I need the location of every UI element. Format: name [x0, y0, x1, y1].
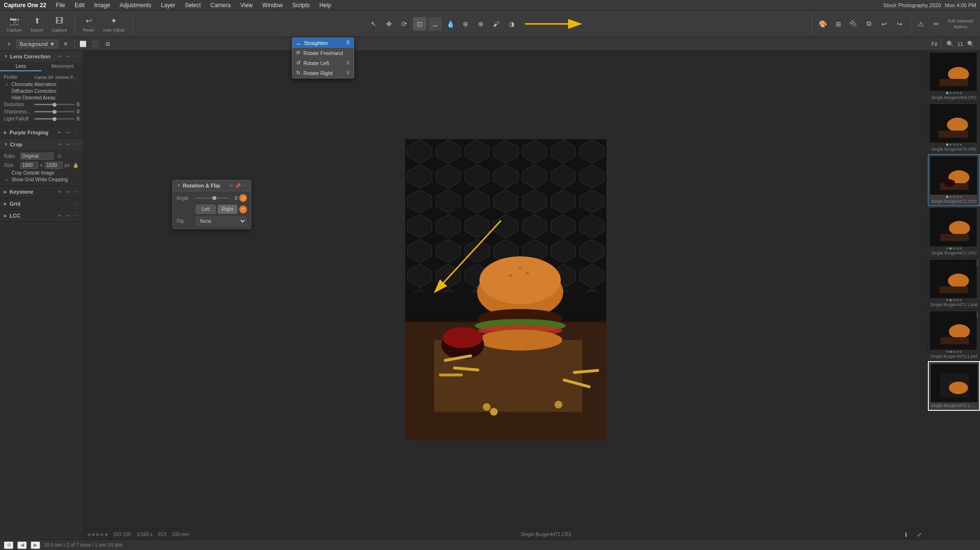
straighten-tool-btn[interactable]: ⚊	[428, 17, 442, 31]
capture2-button[interactable]: 🎞 Capture	[49, 15, 70, 33]
menu-help[interactable]: Help	[317, 1, 333, 10]
fullscreen-btn[interactable]: ⤢	[915, 530, 924, 539]
lens-edit-icon[interactable]: ✏	[56, 53, 63, 60]
grid-btn[interactable]: ⊞	[832, 17, 845, 31]
lens-correction-header[interactable]: ▼ Lens Correction ✏ ↩ ⋯	[0, 51, 83, 62]
rotate-right-btn[interactable]: Right	[218, 205, 238, 214]
select-tool-btn[interactable]: ↖	[367, 17, 380, 31]
pf-more-icon[interactable]: ⋯	[73, 129, 79, 136]
crop-edit-icon[interactable]: ✏	[56, 141, 63, 148]
angle-reset-btn[interactable]: ↺	[239, 194, 247, 202]
single-view-btn[interactable]: ⬜	[78, 39, 89, 49]
menu-select[interactable]: Select	[183, 1, 202, 10]
rotate-apply-btn[interactable]: ✓	[239, 206, 247, 213]
zoom-out-btn[interactable]: 🔍	[945, 40, 956, 48]
menu-camera[interactable]: Camera	[209, 1, 233, 10]
image-viewer[interactable]: ▼ Rotation & Flip ✏ 📌 ⋯ Angle 0	[84, 51, 927, 529]
menu-view[interactable]: View	[238, 1, 255, 10]
move-tool-btn[interactable]: ✥	[382, 17, 396, 31]
ks-edit-icon[interactable]: ✏	[56, 188, 63, 195]
lcc-section[interactable]: ▶ LCC ✏ ↩ ⋯	[0, 210, 83, 222]
crop-header[interactable]: ▼ Crop ✏ ↩ ⋯	[0, 139, 83, 150]
capture-button[interactable]: 📷 Capture	[4, 15, 25, 33]
rot-panel-edit[interactable]: ✏	[230, 183, 234, 188]
menu-window[interactable]: Window	[260, 1, 285, 10]
thumbnail-4469[interactable]: Single Burger4469.CR2	[928, 51, 980, 102]
thumbnail-4470[interactable]: Single Burger4470.CR2	[928, 102, 980, 154]
lens-more-icon[interactable]: ⋯	[73, 53, 79, 60]
auto-adjust-button[interactable]: ✦ Auto Adjust	[100, 15, 128, 33]
ca-more-icon[interactable]: ⋯	[75, 82, 79, 87]
grid-section[interactable]: ▶ Grid ⋯	[0, 198, 83, 210]
brush-btn[interactable]: 🖌	[490, 17, 503, 31]
rot-panel-more[interactable]: ⋯	[242, 183, 247, 188]
grid-more-icon[interactable]: ⋯	[73, 200, 79, 207]
edit-selected-label-group[interactable]: Edit Selected Battery	[945, 19, 976, 29]
bottom-tool-1[interactable]: ⊕	[4, 541, 13, 549]
keystone-section[interactable]: ▶ Keystone ✏ ↩ ⋯	[0, 186, 83, 198]
ks-more-icon[interactable]: ⋯	[73, 188, 79, 195]
layer-selector[interactable]: Background ▼	[16, 40, 58, 48]
thumbnail-4472[interactable]: Single Burger4472.CR2	[928, 206, 980, 258]
diffraction-check[interactable]	[5, 89, 10, 94]
pf-edit-icon[interactable]: ✏	[56, 129, 63, 136]
crop-outside-check[interactable]	[5, 171, 10, 176]
menu-adjustments[interactable]: Adjustments	[118, 1, 153, 10]
dropdown-straighten[interactable]: ⚊ Straighten R	[292, 38, 354, 48]
heal-btn[interactable]: ⊗	[474, 17, 488, 31]
crop-reset-icon[interactable]: ↩	[65, 141, 71, 148]
search-btn[interactable]: 🔍	[965, 40, 976, 48]
menu-edit[interactable]: Edit	[73, 1, 87, 10]
light-falloff-slider[interactable]	[34, 118, 75, 120]
thumbnail-4471[interactable]: Single Burger4471.CR2	[928, 154, 980, 206]
redo-btn[interactable]: ↪	[893, 17, 906, 31]
thumbnail-4471-psd[interactable]: 1 Single Burger4471.1.psd	[928, 258, 980, 309]
ks-reset-icon[interactable]: ↩	[65, 188, 71, 195]
dual-view-btn[interactable]: ⬛	[90, 39, 101, 49]
export-button[interactable]: ⬆ Export	[28, 15, 46, 33]
thumbnail-4472-psd[interactable]: 2 Single Burger4472.1.psd	[928, 309, 980, 361]
edit-selected-btn[interactable]: ✏	[930, 17, 943, 31]
angle-slider[interactable]	[196, 198, 229, 199]
sharpness-slider[interactable]	[34, 111, 75, 112]
crop-tool-btn[interactable]: ⊡	[413, 17, 426, 31]
lens-tab-movement[interactable]: Movement	[42, 62, 83, 71]
flip-select[interactable]: None Horizontal Vertical	[196, 217, 247, 226]
menu-scripts[interactable]: Scripts	[290, 1, 312, 10]
dropdown-rotate-freehand[interactable]: ⟳ Rotate Freehand	[292, 48, 354, 58]
pf-reset-icon[interactable]: ↩	[65, 129, 71, 136]
tether-btn[interactable]: 🔌	[847, 17, 860, 31]
lcc-more-icon[interactable]: ⋯	[73, 212, 79, 219]
color-picker-btn[interactable]: 💧	[444, 17, 457, 31]
dropdown-rotate-left[interactable]: ↺ Rotate Left K	[292, 58, 354, 68]
show-grid-check[interactable]: ✓	[5, 177, 10, 182]
info-btn[interactable]: ℹ	[903, 530, 909, 539]
clone-btn[interactable]: ⊕	[459, 17, 472, 31]
ratio-input[interactable]	[20, 153, 54, 160]
ratio-icon[interactable]: ⊡	[56, 152, 63, 160]
bottom-tool-2[interactable]: ◀	[17, 541, 27, 549]
rotation-panel-expand[interactable]: ▼	[177, 183, 181, 188]
compare-btn[interactable]: ⧉	[862, 17, 876, 31]
purple-fringing-section[interactable]: ▶ Purple Fringing ✏ ↩ ⋯	[0, 127, 83, 139]
lens-reset-icon[interactable]: ↩	[65, 53, 71, 60]
lcc-edit-icon[interactable]: ✏	[56, 212, 63, 219]
lens-tab-lens[interactable]: Lens	[0, 62, 42, 71]
delete-layer-btn[interactable]: ✕	[60, 39, 71, 49]
undo-btn[interactable]: ↩	[878, 17, 891, 31]
rotate-left-btn[interactable]: Left	[196, 205, 216, 214]
width-input[interactable]	[20, 162, 38, 169]
hide-distorted-check[interactable]	[5, 96, 10, 100]
bottom-tool-3[interactable]: ▶	[31, 541, 40, 549]
dropdown-rotate-right[interactable]: ↻ Rotate Right K	[292, 68, 354, 78]
chromatic-aberration-check[interactable]: ✓	[5, 82, 10, 87]
rotate-tool-btn[interactable]: ⟳	[398, 17, 411, 31]
distortion-slider[interactable]	[34, 104, 75, 105]
lock-icon[interactable]: 🔒	[72, 161, 79, 169]
warning-btn[interactable]: ⚠	[914, 17, 928, 31]
menu-layer[interactable]: Layer	[159, 1, 177, 10]
reset-button[interactable]: ↩ Reset	[80, 15, 97, 33]
profiles-btn[interactable]: 🎨	[816, 17, 830, 31]
add-layer-btn[interactable]: +	[4, 39, 14, 49]
rot-panel-pin[interactable]: 📌	[235, 183, 241, 188]
